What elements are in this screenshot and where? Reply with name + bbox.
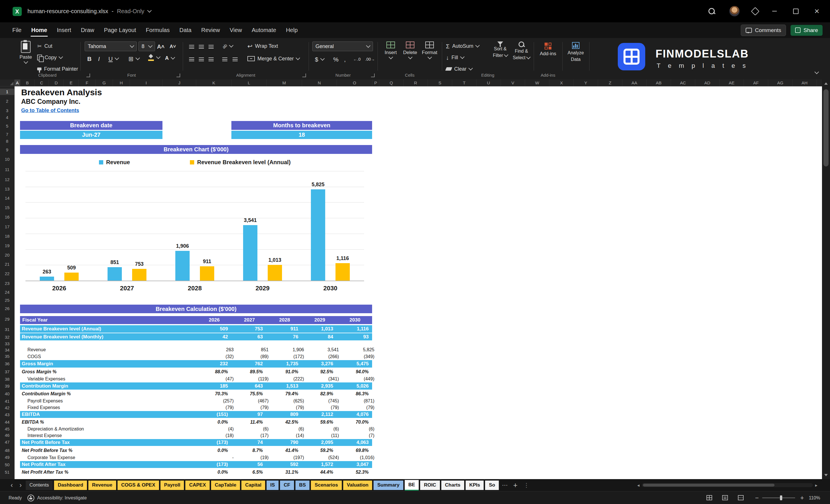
fill-button[interactable]: ↓Fill (446, 53, 464, 62)
column-header-Z[interactable]: Z (598, 80, 622, 86)
scroll-down-icon[interactable] (824, 474, 828, 476)
cell-value[interactable]: 762 (231, 361, 266, 367)
number-format-select[interactable]: General (312, 41, 373, 51)
menu-tab-formulas[interactable]: Formulas (141, 22, 174, 38)
column-header-V[interactable]: V (501, 80, 525, 86)
cell-value[interactable]: 75.5% (231, 391, 266, 397)
increase-font-size-button[interactable]: A˄ (157, 42, 164, 51)
row-header-13[interactable]: 13 (0, 186, 14, 192)
column-header-K[interactable]: K (196, 80, 232, 86)
row-label[interactable]: Net Profit Before Tax % (20, 448, 196, 453)
find-select-button[interactable]: Find & Select (511, 41, 532, 60)
cell-value[interactable]: (79) (342, 405, 378, 410)
cell-value[interactable]: 1,572 (302, 462, 337, 467)
row-label[interactable]: Revenue (20, 347, 202, 352)
column-header-Q[interactable]: Q (379, 80, 404, 86)
cell-value[interactable]: (19) (237, 455, 272, 460)
collapse-ribbon-icon[interactable] (815, 70, 819, 74)
row-header-17[interactable]: 17 (0, 224, 14, 230)
analyze-data-button[interactable]: Analyze Data (565, 42, 586, 62)
row-label[interactable]: Interest Expense (20, 433, 202, 438)
cell-value[interactable]: (151) (196, 412, 231, 417)
row-header-5[interactable]: 5 (0, 123, 14, 129)
column-header-W[interactable]: W (525, 80, 549, 86)
column-header-N[interactable]: N (302, 80, 337, 86)
copy-button[interactable]: Copy (37, 53, 62, 62)
sheet-tab-cogs-opex[interactable]: COGS & OPEX (118, 480, 159, 490)
sheet-tab-contents[interactable]: Contents (26, 480, 53, 490)
alignment-dialog-launcher-icon[interactable] (302, 73, 306, 77)
font-size-select[interactable]: 8 (138, 41, 155, 51)
row-label[interactable]: EBITDA (20, 412, 196, 417)
column-header-A[interactable]: A (14, 80, 20, 86)
clear-button[interactable]: Clear (446, 64, 472, 73)
italic-button[interactable]: I (98, 54, 100, 63)
view-page-break-button[interactable] (738, 495, 744, 500)
tab-options-icon[interactable]: ⋮ (521, 482, 532, 489)
accessibility-status[interactable]: Accessibility: Investigate (28, 492, 87, 504)
cut-button[interactable]: ✂Cut (37, 41, 52, 51)
vertical-scroll-thumb[interactable] (823, 89, 829, 166)
cell-value[interactable]: (341) (308, 376, 342, 382)
column-header-AH[interactable]: AH (793, 80, 817, 86)
sheet-tab-capex[interactable]: CAPEX (185, 480, 210, 490)
column-header-G[interactable]: G (96, 80, 113, 86)
sheet-tab-scenarios[interactable]: Scenarios (311, 480, 342, 490)
row-label[interactable]: Fixed Expenses (20, 405, 202, 410)
cell-value[interactable]: 41.4% (266, 448, 302, 453)
decrease-font-size-button[interactable]: A˅ (169, 42, 176, 51)
cell-value[interactable]: 69.8% (337, 448, 372, 453)
column-header-AE[interactable]: AE (720, 80, 744, 86)
row-header-26[interactable]: 26 (0, 306, 14, 312)
horizontal-scroll-track[interactable] (642, 483, 813, 487)
sheet-title-cell[interactable]: Breakeven Analysis (21, 88, 102, 97)
cell-value[interactable]: 232 (196, 361, 231, 367)
decrease-indent-button[interactable] (222, 55, 227, 64)
row-header-41[interactable]: 41 (0, 398, 14, 405)
row-label[interactable]: Payroll Expenses (20, 399, 202, 404)
row-header-9[interactable]: 9 (0, 147, 14, 153)
sheet-tab-summary[interactable]: Summary (374, 480, 403, 490)
column-header-O[interactable]: O (337, 80, 372, 86)
decrease-decimal-button[interactable]: .00→ (365, 55, 375, 64)
row-header-21[interactable]: 21 (0, 261, 14, 267)
cell-value[interactable]: (524) (308, 455, 342, 460)
delete-cells-button[interactable]: Delete (401, 41, 420, 59)
cell-value[interactable]: 63 (231, 334, 266, 340)
minimize-button[interactable] (767, 0, 783, 22)
menu-tab-data[interactable]: Data (174, 22, 196, 38)
breakeven-chart[interactable]: RevenueRevenue Breakeven level (Annual) … (26, 155, 364, 300)
sheet-tab-revenue[interactable]: Revenue (88, 480, 116, 490)
menu-tab-view[interactable]: View (225, 22, 247, 38)
font-dialog-launcher-icon[interactable] (177, 73, 180, 77)
row-label[interactable]: EBITDA % (20, 420, 196, 425)
cell-value[interactable]: 809 (266, 412, 302, 417)
row-header-46[interactable]: 46 (0, 432, 14, 439)
search-button[interactable] (704, 0, 720, 22)
cell-value[interactable]: (4) (202, 427, 237, 432)
column-header-P[interactable]: P (372, 80, 379, 86)
column-header-C[interactable]: C (35, 80, 49, 86)
column-header-M[interactable]: M (266, 80, 302, 86)
cell-value[interactable]: 52.3% (337, 470, 372, 475)
sheet-tab-kpis[interactable]: KPIs (466, 480, 484, 490)
months-to-breakeven-value[interactable]: 18 (231, 131, 372, 139)
cell-value[interactable]: (6) (237, 427, 272, 432)
row-header-8[interactable]: 8 (0, 138, 14, 145)
column-header-T[interactable]: T (452, 80, 477, 86)
account-avatar[interactable] (727, 0, 742, 22)
column-header-D[interactable]: D (49, 80, 64, 86)
cell-value[interactable]: 42.5% (266, 420, 302, 425)
cell-value[interactable]: 753 (231, 326, 266, 332)
autosum-button[interactable]: ΣAutoSum (446, 41, 479, 51)
cell-value[interactable]: 76 (266, 334, 302, 340)
zoom-slider[interactable] (762, 497, 795, 498)
cell-value[interactable]: (172) (272, 354, 308, 359)
cell-value[interactable]: (449) (342, 376, 378, 382)
horizontal-scrollbar[interactable]: ◂ ▸ (637, 482, 818, 488)
row-header-15[interactable]: 15 (0, 204, 14, 211)
sheet-tab-bs[interactable]: BS (295, 480, 310, 490)
row-header-48[interactable]: 48 (0, 447, 14, 454)
breakeven-date-value[interactable]: Jun-27 (20, 131, 162, 139)
cell-value[interactable]: (467) (237, 399, 272, 404)
